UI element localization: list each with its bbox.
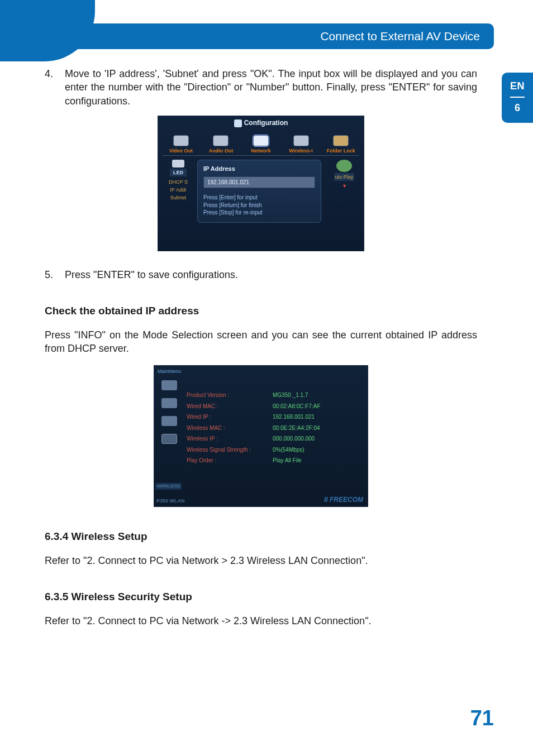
tab-folder-lock[interactable]: Folder Lock [322,135,359,154]
para-634: Refer to "2. Connect to PC via Network >… [45,554,477,567]
header-title: Connect to External AV Device [320,30,480,43]
sidebar-icon-1[interactable] [161,380,177,390]
step-4-num: 4. [45,67,65,108]
info-key: Wireless IP : [187,435,270,443]
ip-help: Press [Enter] for input Press [Return] f… [203,194,315,217]
autoplay-icon [336,160,352,172]
step-5-num: 5. [45,268,65,281]
config-left-col: LED DHCP S IP Addr Subnet [161,160,195,203]
heading-635: 6.3.5 Wireless Security Setup [45,590,477,604]
tab-label: Video Out [169,148,193,154]
tab-video-out[interactable]: Video Out [163,135,199,154]
ip-label: IP Address [203,165,315,173]
tab-wireless[interactable]: Wireless-I [283,135,320,154]
screenshot-configuration: Configuration Video Out Audio Out Networ… [158,116,364,251]
tab-label: Network [251,148,271,154]
step-5-text: Press "ENTER" to save configurations. [65,268,477,281]
tab-label: Folder Lock [327,148,355,154]
info-val: 00:02:A8:0C:F7:AF [273,403,362,410]
mainmenu-label: MainMenu [158,368,181,375]
lock-icon [333,135,349,146]
content-area: 4. Move to 'IP address', 'Subnet' and pr… [45,67,477,634]
step-5: 5. Press "ENTER" to save configurations. [45,268,477,281]
header-bar: Connect to External AV Device [39,23,494,49]
info-val: 000.000.000.000 [273,435,362,443]
help-line: Press [Stop] for re-input [203,209,315,217]
sidebar-icon-3[interactable] [161,416,177,426]
speaker-icon [213,135,229,146]
chevron-down-icon[interactable]: ▾ [327,182,361,190]
network-icon [253,135,269,146]
help-line: Press [Return] for finish [203,202,315,209]
config-title: Configuration [158,118,364,127]
left-item-subnet[interactable]: Subnet [161,194,195,201]
info-sidebar [156,377,182,490]
screenshot-info: MainMenu WIRELESS Product Version :MG350… [154,365,368,507]
product-brand: P350 WLAN [156,497,185,504]
wireless-badge: WIRELESS [155,483,182,490]
step-4-text: Move to 'IP address', 'Subnet' and press… [65,67,477,108]
para-635: Refer to "2. Connect to PC via Network -… [45,614,477,628]
freecom-logo: II FREECOM [324,495,363,504]
heading-634: 6.3.4 Wireless Setup [45,529,477,544]
help-line: Press [Enter] for input [203,194,315,202]
page-number: 71 [470,706,494,730]
info-key: Play Order : [187,457,270,465]
side-chapter: 6 [502,102,533,114]
led-label: LED [170,169,187,176]
autoplay-label[interactable]: uto Play [334,173,355,181]
tab-label: Audio Out [209,148,234,154]
config-tabs: Video Out Audio Out Network Wireless-I F… [163,131,359,154]
info-key: Wireless MAC : [187,424,270,432]
tab-network[interactable]: Network [242,135,279,154]
info-val: 192.168.001.021 [273,413,362,421]
info-key: Wireless Signal Strength : [187,446,270,454]
screenshot-2-wrap: MainMenu WIRELESS Product Version :MG350… [45,365,477,507]
para-check-ip: Press "INFO" on the Mode Selection scree… [45,328,477,356]
wireless-icon [293,135,309,146]
sidebar-icon-2[interactable] [161,398,177,408]
screenshot-1-wrap: Configuration Video Out Audio Out Networ… [45,116,477,251]
config-right-col: uto Play ▾ [327,160,361,190]
info-key: Wired IP : [187,413,270,421]
config-divider [163,155,359,156]
step-4: 4. Move to 'IP address', 'Subnet' and pr… [45,67,477,108]
side-language-tab: EN 6 [502,73,533,123]
info-key: Wired MAC : [187,403,270,410]
tab-label: Wireless-I [289,148,312,154]
heading-check-ip: Check the obtained IP address [45,304,477,318]
side-lang: EN [502,80,533,92]
config-ip-panel: IP Address 192.168.001.021 Press [Enter]… [197,160,321,223]
sidebar-icon-4[interactable] [161,434,177,444]
info-key: Product Version : [187,391,270,399]
side-divider [510,97,525,98]
ip-input[interactable]: 192.168.001.021 [203,176,315,189]
info-val: Play All File [273,457,362,465]
info-val: 00:0E:2E:A4:2F:04 [273,424,362,432]
info-val: MG350 _1.1.7 [273,391,362,399]
led-icon [172,160,184,168]
tab-audio-out[interactable]: Audio Out [203,135,240,154]
info-val: 0%(54Mbps) [273,446,362,454]
info-footer: P350 WLAN II FREECOM [156,495,363,504]
tv-icon [173,135,189,146]
left-item-ipaddr[interactable]: IP Addr [161,186,195,193]
left-item-dhcp[interactable]: DHCP S [161,179,195,185]
info-grid: Product Version :MG350 _1.1.7 Wired MAC … [187,391,362,465]
